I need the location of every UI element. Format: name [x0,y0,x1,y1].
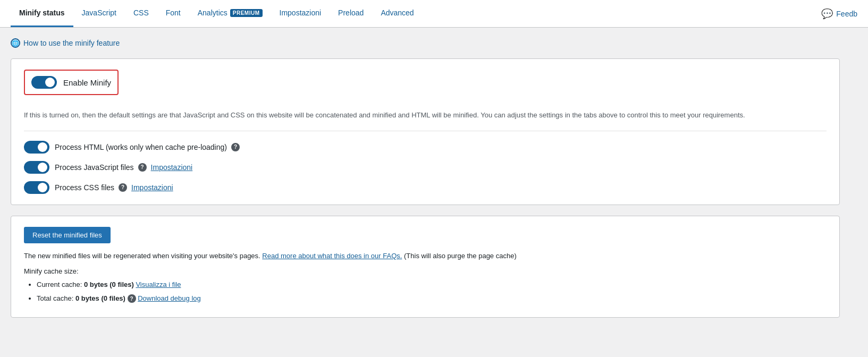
enable-minify-label: Enable Minify [63,78,111,87]
tab-analytics[interactable]: Analytics PREMIUM [189,0,271,27]
reset-button[interactable]: Reset the minified files [24,227,111,243]
process-js-label: Process JavaScript files ? Impostazioni [55,163,192,172]
process-css-toggle[interactable] [24,181,49,194]
download-debug-link[interactable]: Download debug log [138,294,201,302]
tab-javascript[interactable]: JavaScript [73,0,125,27]
minify-settings-card: Enable Minify If this is turned on, then… [11,58,840,205]
cache-list: Current cache: 0 bytes (0 files) Visuali… [24,279,827,303]
feedback-label: Feedb [836,10,857,18]
premium-badge: PREMIUM [230,9,263,17]
tab-font-label: Font [166,8,181,17]
tab-preload-label: Preload [338,8,364,17]
option-process-js: Process JavaScript files ? Impostazioni [24,161,827,174]
tab-css-label: CSS [133,8,149,17]
process-js-help-icon[interactable]: ? [138,163,147,172]
faq-link[interactable]: Read more about what this does in our FA… [262,252,402,260]
reset-card: Reset the minified files The new minifie… [11,216,840,318]
cache-label: Minify cache size: [24,267,827,275]
tab-advanced-label: Advanced [381,8,414,17]
enable-minify-row: Enable Minify [24,70,119,95]
process-html-toggle[interactable] [24,141,49,154]
process-css-help-icon[interactable]: ? [119,183,127,192]
process-js-toggle[interactable] [24,161,49,174]
tab-preload[interactable]: Preload [330,0,372,27]
tab-impostazioni-label: Impostazioni [280,8,322,17]
tab-minify-status[interactable]: Minify status [11,0,73,27]
description-text: If this is turned on, then the default s… [24,110,827,131]
cache-current-item: Current cache: 0 bytes (0 files) Visuali… [37,279,827,290]
tab-css[interactable]: CSS [125,0,157,27]
help-link-text: How to use the minify feature [23,39,120,47]
enable-minify-toggle[interactable] [31,76,57,89]
process-html-help-icon[interactable]: ? [231,143,240,151]
cache-total-item: Total cache: 0 bytes (0 files) ? Downloa… [37,293,827,304]
main-content: 🌐 How to use the minify feature Enable M… [0,28,850,339]
nav-bar: Minify status JavaScript CSS Font Analyt… [0,0,868,28]
tab-font[interactable]: Font [157,0,189,27]
option-process-html: Process HTML (works only when cache pre-… [24,141,827,154]
tab-impostazioni[interactable]: Impostazioni [271,0,330,27]
tab-advanced[interactable]: Advanced [372,0,422,27]
total-cache-help-icon[interactable]: ? [128,294,136,303]
reset-description: The new minified files will be regenerat… [24,251,827,261]
tab-analytics-label: Analytics [198,8,227,17]
help-link[interactable]: 🌐 How to use the minify feature [11,38,840,48]
tab-minify-status-label: Minify status [19,8,65,17]
option-process-css: Process CSS files ? Impostazioni [24,181,827,194]
process-css-label: Process CSS files ? Impostazioni [55,183,173,192]
tab-javascript-label: JavaScript [82,8,116,17]
process-js-settings-link[interactable]: Impostazioni [151,163,193,172]
feedback-button[interactable]: 💬 Feedb [821,0,857,27]
visualizza-link[interactable]: Visualizza i file [136,280,181,288]
process-html-label: Process HTML (works only when cache pre-… [55,143,240,151]
process-css-settings-link[interactable]: Impostazioni [131,183,173,192]
globe-icon: 🌐 [11,38,20,48]
